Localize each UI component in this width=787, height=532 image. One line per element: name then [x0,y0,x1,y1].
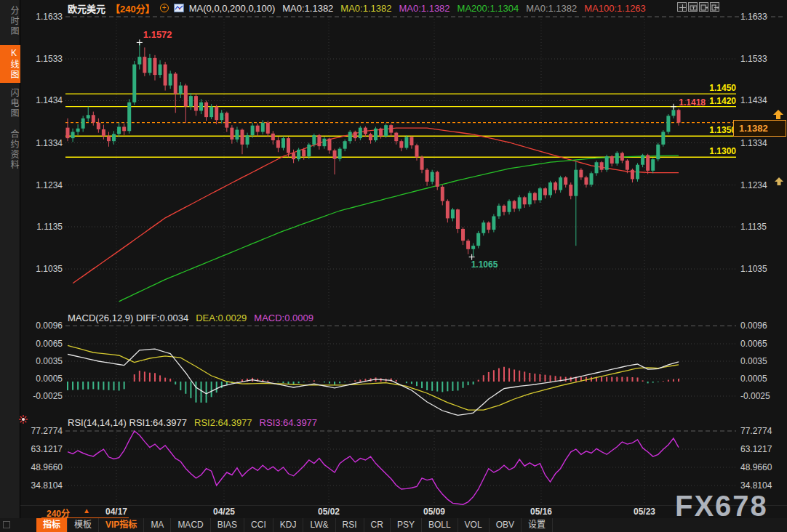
price-axis-label-left: 1.1533 [36,54,63,64]
low-price-label: 1.1065 [471,259,498,270]
candle [92,115,95,122]
toolbar-button-VOL[interactable]: VOL [458,518,490,532]
level-label: 1.1350 [709,125,736,135]
sidebar-tab-contract-info[interactable]: 合约资料 [0,126,20,173]
sidebar-tab-kline-chart[interactable]: K线图 [0,45,20,83]
rsi-axis-label-right: 63.1217 [740,444,772,454]
candle [251,126,255,135]
candle [466,241,470,249]
price-axis-label-right: 1.1135 [740,222,767,232]
macd-axis-label-left: 0.0035 [36,356,63,366]
candle [204,102,208,117]
ma-legend-item: MA0:1.1382 [340,3,391,14]
candle [399,141,403,148]
price-axis-label-left: 1.1434 [36,95,63,105]
candle [666,116,670,132]
candle [122,126,126,131]
candle [508,201,511,212]
candle [292,153,295,159]
toolbar-button-设置[interactable]: 设置 [522,518,553,532]
triangle-up-icon[interactable]: ▲ [83,507,90,515]
toolbar-button-LW&[interactable]: LW& [303,518,335,532]
macd-legend-item: MACD:0.0009 [254,313,313,323]
candle [117,126,121,134]
candle [533,193,537,201]
candle [209,107,213,118]
candle [441,187,444,201]
chart-canvas[interactable]: 1.16331.16331.15331.15331.14341.14341.13… [0,0,787,532]
candle [620,153,624,160]
toolbar-button-BIAS[interactable]: BIAS [211,518,244,532]
candle [199,102,203,111]
sidebar-tab-lightning-chart[interactable]: 闪电图 [0,85,20,121]
sidebar-tab-time-chart[interactable]: 分时图 [0,3,20,39]
toolbar-button-KDJ[interactable]: KDJ [273,518,304,532]
price-axis-label-right: 1.1035 [740,264,767,274]
new-pane-icon[interactable] [688,2,698,12]
candle [676,110,680,122]
candle [102,129,105,136]
candle [374,129,377,140]
candle [97,123,100,129]
candle [543,188,547,195]
next-pane-icon[interactable] [699,2,708,12]
candle [338,149,342,159]
candle [220,113,223,120]
high-price-label: 1.1572 [143,29,172,40]
candle [333,150,337,159]
alert-icon[interactable] [18,414,28,424]
candle [528,193,532,205]
candle [189,96,193,107]
toolbar-button-模板[interactable]: 模板 [68,518,99,532]
candle [153,58,156,75]
price-marker-arrow-icon [771,109,786,121]
toolbar-button-BOLL[interactable]: BOLL [422,518,458,532]
ma-legend-item: MA100:1.1263 [584,3,646,14]
pop-out-icon[interactable] [710,2,719,12]
price-axis-label-right: 1.1334 [740,138,767,148]
macd-axis-label-left: 0.0096 [36,321,63,331]
candle [87,115,90,118]
toolbar-button-PSY[interactable]: PSY [391,518,422,532]
candle [246,135,249,145]
toolbar-button-MA[interactable]: MA [144,518,171,532]
rsi-axis-label-left: 48.9660 [31,462,63,472]
toolbar-button-CCI[interactable]: CCI [244,518,273,532]
candle [436,172,439,187]
candle [353,132,357,138]
rsi-line [68,431,679,504]
candle [343,141,347,148]
price-axis-label-right: 1.1234 [740,180,767,190]
candle [307,145,311,156]
chart-header: 欧元美元 【240分】 + MA(0,0,0,200,0,100)MA0:1.1… [68,2,646,14]
current-price-box: 1.1382 [733,120,786,137]
macd-legend-item: DEA:0.0029 [196,313,247,323]
collapse-icon[interactable] [3,521,10,528]
rsi-legend: RSI(14,14,14) RSI1:64.3977RSI2:64.3977RS… [68,417,317,428]
candle [497,206,500,217]
toolbar-button-MACD[interactable]: MACD [171,518,210,532]
candle [394,133,398,142]
candle [287,138,290,153]
macd-diff-line [68,349,679,415]
toolbar-button-OBV[interactable]: OBV [490,518,522,532]
macd-axis-label-right: 0.0096 [740,321,767,331]
candle [569,185,572,196]
ma-legend: MA(0,0,0,200,0,100)MA0:1.1382MA0:1.1382M… [189,3,646,14]
candle [564,177,567,185]
crosshair-icon[interactable] [677,2,687,12]
toolbar-button-VIP指标[interactable]: VIP指标 [99,518,144,532]
ma-legend-item: MA0:1.1382 [526,3,577,14]
candle [610,156,614,164]
toolbar-button-指标[interactable]: 指标 [36,518,68,532]
mini-chart-icon[interactable] [174,4,184,12]
candle [487,222,490,230]
ma-legend-item: MA0:1.1382 [399,3,450,14]
macd-axis-label-left: -0.0025 [33,391,63,401]
circle-plus-icon[interactable]: + [160,4,169,12]
date-label: 05/09 [423,507,445,517]
toolbar-button-RSI[interactable]: RSI [336,518,364,532]
candle [271,134,275,140]
toolbar-button-CR[interactable]: CR [364,518,391,532]
level-label: 1.1420 [709,96,736,106]
